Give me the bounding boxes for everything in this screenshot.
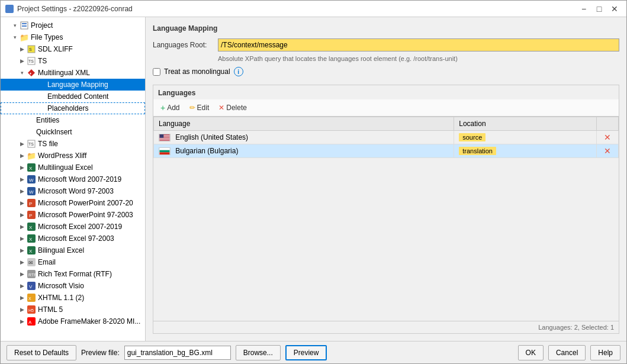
expand-adobe-fm[interactable]: ▶ — [17, 317, 27, 326]
expand-ml-excel[interactable]: ▶ — [17, 163, 27, 172]
sidebar-item-sdlxliff[interactable]: ▶ S SDL XLIFF — [1, 43, 145, 55]
sidebar-item-language-mapping[interactable]: Language Mapping — [1, 79, 145, 91]
expand-word2007[interactable]: ▶ — [17, 175, 27, 184]
expand-excel97[interactable]: ▶ — [17, 234, 27, 243]
svg-text:X: X — [29, 249, 33, 254]
expand-ts[interactable]: ▶ — [17, 56, 27, 66]
flag-bg — [159, 147, 171, 155]
help-button[interactable]: Help — [590, 345, 620, 360]
sidebar-item-file-types[interactable]: ▾ 📁 File Types — [1, 31, 145, 43]
expand-ppt2007[interactable]: ▶ — [17, 198, 27, 208]
languages-section-header: Languages — [153, 85, 619, 99]
svg-rect-44 — [160, 139, 170, 140]
translation-badge: translation — [459, 147, 496, 155]
word2007-icon: W — [27, 175, 36, 184]
sidebar-item-tsfile[interactable]: ▶ TS TS file — [1, 138, 145, 150]
sidebar-item-bilingual-excel[interactable]: ▶ X Bilingual Excel — [1, 244, 145, 256]
expand-entities[interactable] — [27, 115, 36, 125]
sidebar-item-adobe-fm[interactable]: ▶ A Adobe FrameMaker 8-2020 MI... — [1, 315, 145, 327]
rtf-label: Rich Text Format (RTF) — [38, 270, 112, 278]
expand-xml[interactable]: ▾ — [17, 68, 27, 78]
sidebar-item-visio[interactable]: ▶ V Microsoft Visio — [1, 280, 145, 292]
svg-rect-1 — [22, 23, 27, 24]
languages-root-input[interactable] — [218, 38, 619, 51]
sidebar-item-ppt97[interactable]: ▶ P Microsoft PowerPoint 97-2003 — [1, 209, 145, 221]
placeholders-icon — [36, 104, 46, 113]
expand-rtf[interactable]: ▶ — [17, 269, 27, 279]
expand-quickinsert[interactable] — [27, 127, 36, 137]
expand-email[interactable]: ▶ — [17, 257, 27, 267]
excel2007-label: Microsoft Excel 2007-2019 — [38, 223, 122, 231]
sidebar-item-excel97[interactable]: ▶ X Microsoft Excel 97-2003 — [1, 233, 145, 244]
sidebar-item-ppt2007[interactable]: ▶ P Microsoft PowerPoint 2007-20 — [1, 197, 145, 209]
expand-html5[interactable]: ▶ — [17, 305, 27, 314]
languages-section: Languages + Add ✏ Edit ✕ Delete — [153, 85, 619, 334]
quickinsert-label: QuickInsert — [36, 128, 72, 136]
expand-word97[interactable]: ▶ — [17, 186, 27, 196]
cancel-button[interactable]: Cancel — [548, 345, 586, 360]
sidebar-item-xhtml[interactable]: ▶ X XHTML 1.1 (2) — [1, 292, 145, 304]
expand-project[interactable]: ▾ — [10, 21, 20, 30]
minimize-button[interactable]: − — [577, 3, 591, 15]
sidebar-item-project[interactable]: ▾ Project — [1, 20, 145, 31]
expand-ppt97[interactable]: ▶ — [17, 210, 27, 220]
expand-placeholders[interactable] — [27, 104, 36, 113]
monolingual-checkbox[interactable] — [153, 68, 160, 76]
svg-text:♦: ♦ — [30, 72, 31, 75]
sidebar-item-quickinsert[interactable]: QuickInsert — [1, 126, 145, 138]
expand-excel2007[interactable]: ▶ — [17, 222, 27, 231]
delete-en-button[interactable]: ✕ — [602, 133, 613, 142]
sidebar-item-wordpress[interactable]: ▶ 📁 WordPress Xliff — [1, 150, 145, 162]
browse-button[interactable]: Browse... — [236, 345, 281, 360]
sidebar-item-email[interactable]: ▶ ✉ Email — [1, 256, 145, 268]
preview-button[interactable]: Preview — [285, 345, 327, 360]
preview-file-input[interactable] — [124, 346, 231, 360]
excel97-icon: X — [27, 234, 36, 243]
svg-text:X: X — [29, 166, 33, 171]
sidebar-item-word97[interactable]: ▶ W Microsoft Word 97-2003 — [1, 185, 145, 197]
ppt2007-label: Microsoft PowerPoint 2007-20 — [38, 199, 133, 207]
svg-text:TS: TS — [28, 59, 34, 63]
expand-filetypes[interactable]: ▾ — [10, 33, 20, 42]
expand-langmap[interactable] — [27, 80, 36, 89]
wordpress-icon: 📁 — [27, 151, 36, 160]
sidebar-item-entities[interactable]: Entities — [1, 114, 145, 126]
expand-visio[interactable]: ▶ — [17, 281, 27, 291]
html5-label: HTML 5 — [38, 305, 63, 314]
sidebar-item-placeholders[interactable]: Placeholders — [1, 102, 145, 114]
languages-toolbar: + Add ✏ Edit ✕ Delete — [153, 99, 619, 117]
close-button[interactable]: ✕ — [607, 3, 622, 15]
table-row[interactable]: Bulgarian (Bulgaria) translation ✕ — [154, 144, 619, 158]
sidebar-item-word2007[interactable]: ▶ W Microsoft Word 2007-2019 — [1, 173, 145, 185]
info-icon[interactable]: i — [234, 67, 243, 76]
delete-icon: ✕ — [218, 104, 224, 112]
expand-tsfile[interactable]: ▶ — [17, 139, 27, 149]
table-row[interactable]: English (United States) source ✕ — [154, 131, 619, 144]
svg-text:S: S — [29, 47, 32, 51]
sidebar-item-ts[interactable]: ▶ TS TS — [1, 55, 145, 67]
svg-rect-48 — [160, 150, 170, 153]
delete-button[interactable]: ✕ Delete — [216, 102, 249, 113]
ts-label: TS — [38, 57, 47, 65]
add-button[interactable]: + Add — [158, 102, 182, 114]
sidebar-item-ml-excel[interactable]: ▶ X Multilingual Excel — [1, 162, 145, 173]
sidebar-item-multilingual-xml[interactable]: ▾ ♦ Multilingual XML — [1, 67, 145, 79]
expand-wordpress[interactable]: ▶ — [17, 151, 27, 160]
embedded-icon — [36, 92, 46, 101]
flag-us — [159, 134, 171, 141]
sidebar-item-excel2007[interactable]: ▶ X Microsoft Excel 2007-2019 — [1, 221, 145, 233]
expand-xhtml[interactable]: ▶ — [17, 293, 27, 302]
ts-icon: TS — [27, 56, 36, 66]
expand-sdlxliff[interactable]: ▶ — [17, 44, 27, 54]
expand-bilingual[interactable]: ▶ — [17, 246, 27, 255]
sidebar-item-html5[interactable]: ▶ H5 HTML 5 — [1, 304, 145, 315]
xhtml-label: XHTML 1.1 (2) — [38, 294, 84, 302]
sidebar-item-embedded-content[interactable]: Embedded Content — [1, 91, 145, 102]
edit-button[interactable]: ✏ Edit — [187, 102, 212, 113]
sidebar-item-rtf[interactable]: ▶ RTF Rich Text Format (RTF) — [1, 268, 145, 280]
ok-button[interactable]: OK — [518, 345, 544, 360]
reset-defaults-button[interactable]: Reset to Defaults — [7, 345, 76, 360]
delete-bg-button[interactable]: ✕ — [602, 146, 613, 156]
expand-embedded[interactable] — [27, 92, 36, 101]
maximize-button[interactable]: □ — [592, 3, 606, 15]
